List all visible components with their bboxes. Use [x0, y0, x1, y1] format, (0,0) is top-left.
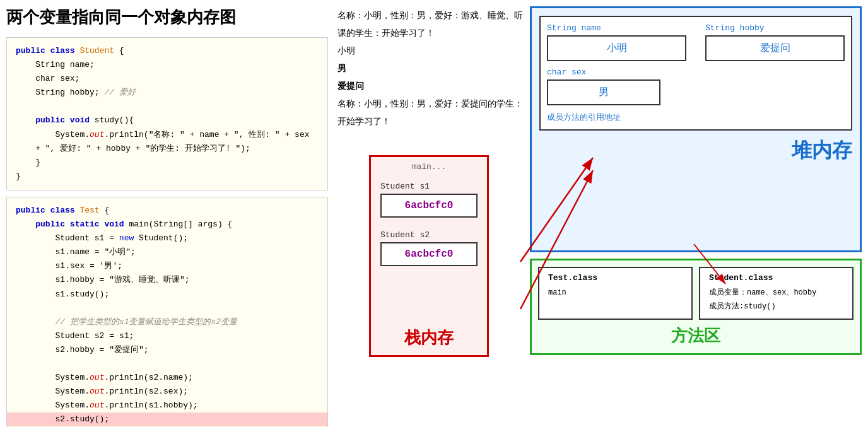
- heap-name-value: 小明: [547, 35, 686, 61]
- output-line1: 名称：小明，性别：男，爱好：游戏、睡觉、听课的学生：开始学习了！: [337, 6, 524, 42]
- heap-hobby-field: String hobby 爱提问: [705, 23, 845, 61]
- page-container: 两个变量指向同一个对象内存图 public class Student { St…: [0, 0, 868, 427]
- method-area-title: 方法区: [538, 325, 853, 347]
- heap-inner-box: String name 小明 String hobby 爱提问 char sex…: [539, 16, 852, 131]
- stack-main-label: main...: [371, 157, 487, 174]
- heap-memory-box: String name 小明 String hobby 爱提问 char sex…: [530, 6, 862, 252]
- student-class-cell: Student.class 成员变量：name、sex、hobby 成员方法:s…: [699, 267, 853, 320]
- stack-s1-value: 6acbcfc0: [380, 194, 478, 218]
- stack-s1-label: Student s1: [380, 182, 478, 191]
- heap-title: 堆内存: [539, 137, 852, 165]
- output-line2: 小明: [337, 42, 524, 59]
- heap-member-ref: 成员方法的引用地址: [547, 112, 845, 123]
- output-line3: 男: [337, 63, 346, 73]
- student-class-vars: 成员变量：name、sex、hobby: [709, 286, 843, 300]
- method-inner: Test.class main Student.class 成员变量：name、…: [538, 267, 853, 320]
- output-line4: 爱提问: [337, 81, 364, 91]
- heap-name-label: String name: [547, 23, 686, 33]
- heap-sex-section: char sex 男: [547, 67, 845, 105]
- test-class-title: Test.class: [548, 273, 683, 283]
- heap-name-field: String name 小明: [547, 23, 686, 61]
- stack-s2-label: Student s2: [380, 230, 478, 240]
- left-panel: 两个变量指向同一个对象内存图 public class Student { St…: [6, 6, 328, 427]
- center-panel: 名称：小明，性别：男，爱好：游戏、睡觉、听课的学生：开始学习了！ 小明 男 爱提…: [334, 6, 524, 427]
- student-class-code: public class Student { String name; char…: [6, 37, 328, 190]
- stack-memory-box: main... Student s1 6acbcfc0 Student s2 6…: [369, 155, 489, 357]
- heap-hobby-value: 爱提问: [705, 35, 845, 61]
- heap-sex-label: char sex: [547, 67, 845, 77]
- student-class-methods: 成员方法:study(): [709, 300, 843, 314]
- heap-sex-value: 男: [547, 79, 660, 105]
- test-class-content: main: [548, 286, 683, 300]
- page-title: 两个变量指向同一个对象内存图: [6, 6, 328, 28]
- method-area-box: Test.class main Student.class 成员变量：name、…: [530, 259, 862, 355]
- heap-fields-row: String name 小明 String hobby 爱提问: [547, 23, 845, 61]
- test-class-cell: Test.class main: [538, 267, 693, 320]
- test-class-code: public class Test { public static void m…: [6, 197, 328, 427]
- stack-title: 栈内存: [371, 327, 487, 349]
- stack-s2-value: 6acbcfc0: [380, 242, 478, 266]
- output-line5: 名称：小明，性别：男，爱好：爱提问的学生：开始学习了！: [337, 95, 524, 130]
- student-class-title: Student.class: [709, 273, 843, 283]
- right-panel: String name 小明 String hobby 爱提问 char sex…: [530, 6, 862, 427]
- output-area: 名称：小明，性别：男，爱好：游戏、睡觉、听课的学生：开始学习了！ 小明 男 爱提…: [334, 6, 524, 130]
- heap-hobby-label: String hobby: [705, 23, 845, 33]
